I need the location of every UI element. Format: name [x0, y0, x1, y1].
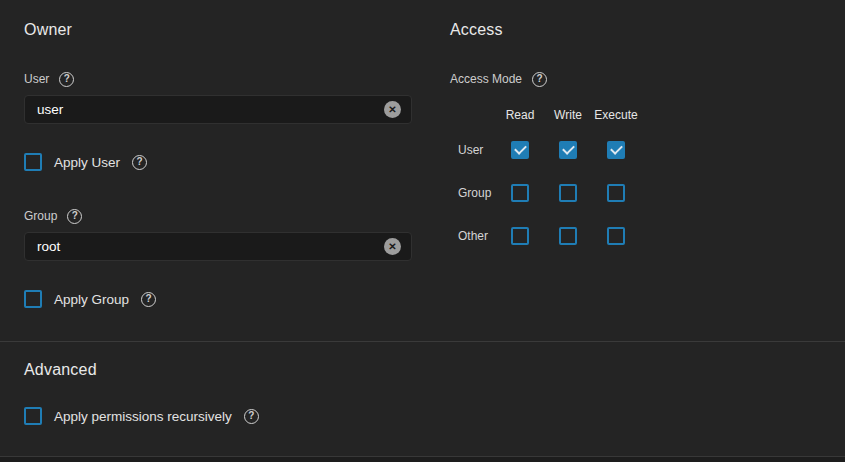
group-input[interactable]: root ✕: [24, 232, 412, 261]
user-execute-checkbox[interactable]: [607, 141, 625, 159]
row-label-group: Group: [450, 186, 496, 200]
section-divider: [0, 341, 845, 342]
apply-group-checkbox[interactable]: [24, 290, 42, 308]
help-icon[interactable]: ?: [141, 292, 156, 307]
grid-cell: [592, 184, 640, 202]
other-read-checkbox[interactable]: [511, 227, 529, 245]
user-input-value: user: [37, 102, 384, 117]
grid-cell: [496, 184, 544, 202]
group-read-checkbox[interactable]: [511, 184, 529, 202]
apply-user-checkbox[interactable]: [24, 153, 42, 171]
access-mode-label: Access Mode: [450, 72, 522, 86]
group-input-value: root: [37, 239, 384, 254]
advanced-section-title: Advanced: [24, 361, 97, 379]
grid-cell: [592, 141, 640, 159]
grid-cell: [544, 141, 592, 159]
other-write-checkbox[interactable]: [559, 227, 577, 245]
user-field-label: User: [24, 72, 49, 86]
help-icon[interactable]: ?: [67, 209, 82, 224]
group-field-header: Group ?: [24, 208, 82, 224]
access-mode-grid: Read Write Execute User Group Other: [450, 102, 640, 257]
apply-recursively-checkbox[interactable]: [24, 407, 42, 425]
help-icon[interactable]: ?: [532, 72, 547, 87]
other-execute-checkbox[interactable]: [607, 227, 625, 245]
user-write-checkbox[interactable]: [559, 141, 577, 159]
help-icon[interactable]: ?: [59, 72, 74, 87]
grid-cell: [544, 184, 592, 202]
owner-section-title: Owner: [24, 21, 72, 39]
row-label-user: User: [450, 143, 496, 157]
grid-cell: [496, 227, 544, 245]
help-icon[interactable]: ?: [132, 155, 147, 170]
permissions-editor: Owner User ? user ✕ Apply User ? Group ?…: [0, 0, 845, 462]
access-mode-header: Access Mode ?: [450, 71, 547, 87]
user-input[interactable]: user ✕: [24, 95, 412, 124]
apply-recursively-row[interactable]: Apply permissions recursively ?: [24, 406, 259, 426]
row-label-other: Other: [450, 229, 496, 243]
column-header-execute: Execute: [592, 108, 640, 122]
grid-cell: [496, 141, 544, 159]
apply-user-label: Apply User: [54, 155, 120, 170]
bottom-edge: [0, 456, 845, 462]
group-execute-checkbox[interactable]: [607, 184, 625, 202]
apply-recursively-label: Apply permissions recursively: [54, 409, 232, 424]
clear-icon[interactable]: ✕: [384, 101, 401, 118]
grid-cell: [544, 227, 592, 245]
column-header-read: Read: [496, 108, 544, 122]
group-field-label: Group: [24, 209, 57, 223]
group-write-checkbox[interactable]: [559, 184, 577, 202]
apply-group-row[interactable]: Apply Group ?: [24, 289, 156, 309]
grid-cell: [592, 227, 640, 245]
clear-icon[interactable]: ✕: [384, 238, 401, 255]
user-read-checkbox[interactable]: [511, 141, 529, 159]
apply-user-row[interactable]: Apply User ?: [24, 152, 147, 172]
column-header-write: Write: [544, 108, 592, 122]
user-field-header: User ?: [24, 71, 74, 87]
help-icon[interactable]: ?: [244, 409, 259, 424]
access-section-title: Access: [450, 21, 503, 39]
apply-group-label: Apply Group: [54, 292, 129, 307]
